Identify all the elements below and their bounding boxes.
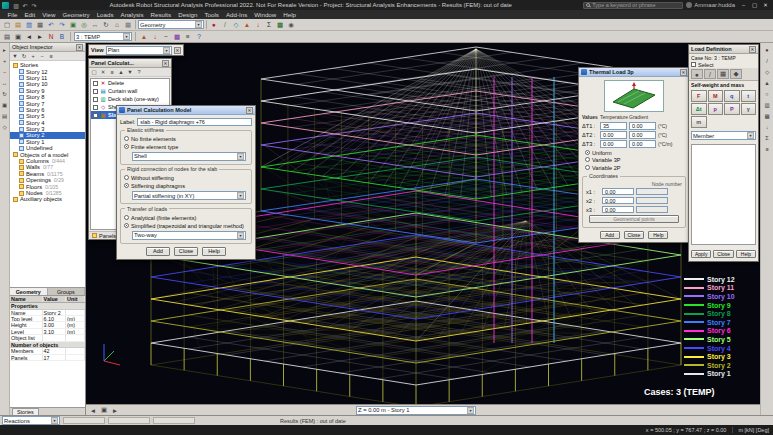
zoom-out-icon[interactable]: − [0, 67, 9, 76]
close-icon[interactable]: ✕ [174, 47, 181, 54]
thermal-load-button[interactable]: Δt [691, 103, 707, 115]
gradient-input[interactable]: 0.00 [629, 131, 656, 139]
close-icon[interactable]: ✕ [246, 107, 253, 114]
panel-type-row[interactable]: ▤ Curtain wall [91, 87, 169, 95]
iso-view-icon[interactable]: ◇ [0, 122, 9, 131]
mass-button[interactable]: m [691, 116, 707, 128]
options-icon[interactable]: ≡ [47, 52, 55, 60]
panel-type-checkbox[interactable] [93, 113, 98, 118]
print-icon[interactable]: ▦ [35, 20, 45, 30]
materials-tool-icon[interactable]: ▦ [763, 111, 772, 120]
select-checkbox[interactable] [691, 62, 696, 67]
zoom-all-icon[interactable]: ◎ [79, 20, 89, 30]
last-view-tab-icon[interactable]: ► [110, 405, 120, 415]
load-records-list[interactable] [691, 144, 756, 245]
minimize-button[interactable]: – [738, 1, 749, 10]
self-weight-button[interactable]: γ [741, 103, 757, 115]
close-button[interactable]: Close [713, 250, 734, 258]
collapse-all-icon[interactable]: − [38, 52, 46, 60]
menu-item[interactable]: Window [251, 10, 280, 19]
coordinate-input[interactable]: 0.00 [602, 206, 634, 214]
level-selector[interactable]: Z = 0.00 m - Story 1▾ [356, 406, 476, 415]
tab-groups[interactable]: Groups [48, 288, 86, 295]
user-account[interactable]: Ammaar.hudda [686, 2, 735, 8]
first-view-tab-icon[interactable]: ◄ [88, 405, 98, 415]
nodes-icon[interactable]: ● [209, 20, 219, 30]
bars-tool-icon[interactable]: / [763, 56, 772, 65]
orbit-icon[interactable]: ↻ [101, 20, 111, 30]
close-button[interactable]: Close [174, 247, 198, 256]
display-attributes-icon[interactable]: ▣ [13, 32, 23, 42]
radio-variable-2p[interactable] [585, 165, 590, 170]
zoom-in-icon[interactable]: + [0, 56, 9, 65]
apply-to-dropdown[interactable]: Member▾ [691, 131, 756, 140]
units-display[interactable]: m [kN] [Deg] [732, 427, 769, 433]
coordinate-input[interactable]: 0.00 [602, 197, 634, 205]
view-manager-icon[interactable]: ▤ [2, 32, 12, 42]
calculations-icon[interactable]: Σ [264, 20, 274, 30]
close-icon[interactable]: ✕ [749, 46, 756, 53]
pan-view-icon[interactable]: ↔ [0, 78, 9, 87]
close-button[interactable]: ✕ [760, 1, 771, 10]
new-panel-icon[interactable]: ▢ [90, 68, 98, 76]
help-button[interactable]: Help [648, 231, 668, 239]
transfer-method-dropdown[interactable]: Two-way▾ [132, 231, 246, 240]
geometrical-points-button[interactable]: Geometrical points [589, 215, 679, 223]
nodal-moment-button[interactable]: M [708, 90, 724, 102]
measure-tool-icon[interactable]: ≡ [763, 144, 772, 153]
planar-load-button[interactable]: p [708, 103, 724, 115]
save-icon[interactable]: ▥ [12, 1, 20, 9]
bar-numbers-icon[interactable]: B [57, 32, 67, 42]
radio-stiffening-diaphragms[interactable] [124, 183, 129, 188]
menu-item[interactable]: File [4, 10, 21, 19]
undo-icon[interactable]: ↶ [21, 1, 29, 9]
combinations-tool-icon[interactable]: Σ [763, 133, 772, 142]
menu-item[interactable]: Analysis [117, 10, 147, 19]
inspector-bottom-tab[interactable]: Stories [12, 408, 39, 415]
node-number-input[interactable] [636, 206, 668, 214]
uniform-load-button[interactable]: q [724, 90, 740, 102]
menu-item[interactable]: Geometry [59, 10, 93, 19]
top-view-icon[interactable]: ▣ [0, 100, 9, 109]
move-up-icon[interactable]: ▲ [117, 68, 125, 76]
node-load-tab-icon[interactable]: ● [691, 69, 703, 79]
menu-item[interactable]: Edit [21, 10, 39, 19]
geometry-dropdown[interactable]: Geometry▾ [138, 20, 204, 29]
panel-type-checkbox[interactable] [93, 97, 98, 102]
close-icon[interactable]: ✕ [680, 69, 687, 76]
loads-icon[interactable]: ↓ [253, 20, 263, 30]
selfweight-load-tab-icon[interactable]: ◆ [730, 69, 742, 79]
help-button[interactable]: Help [202, 247, 226, 256]
nodes-tool-icon[interactable]: ● [763, 45, 772, 54]
supports-icon[interactable]: ▲ [242, 20, 252, 30]
menu-item[interactable]: Design [175, 10, 201, 19]
front-view-icon[interactable]: ▤ [0, 111, 9, 120]
save-project-icon[interactable]: ▥ [24, 20, 34, 30]
add-button[interactable]: Add [600, 231, 620, 239]
open-project-icon[interactable]: ▤ [13, 20, 23, 30]
radio-variable-3p[interactable] [585, 157, 590, 162]
menu-item[interactable]: Loads [93, 10, 117, 19]
expand-all-icon[interactable]: + [29, 52, 37, 60]
layout-selector[interactable]: Reactions▾ [2, 416, 60, 425]
plan-selector[interactable]: Plan▾ [106, 46, 172, 55]
redo-icon[interactable]: ↷ [57, 20, 67, 30]
temperature-input[interactable]: 0.00 [600, 131, 627, 139]
trapezoidal-load-button[interactable]: t [741, 90, 757, 102]
new-project-icon[interactable]: ▢ [2, 20, 12, 30]
coordinate-input[interactable]: 0.00 [602, 188, 634, 196]
supports-display-icon[interactable]: ▲ [139, 32, 149, 42]
panel-type-checkbox[interactable] [93, 81, 98, 86]
deformation-icon[interactable]: ~ [161, 32, 171, 42]
radio-analytical[interactable] [124, 215, 129, 220]
results-icon[interactable]: ▩ [275, 20, 285, 30]
apply-button[interactable]: Apply [691, 250, 711, 258]
temperature-input[interactable]: 35 [600, 122, 627, 130]
fe-type-dropdown[interactable]: Shell▾ [132, 152, 246, 161]
layers-icon[interactable]: ≡ [183, 32, 193, 42]
sections-tool-icon[interactable]: ▥ [763, 100, 772, 109]
delete-panel-icon[interactable]: ✕ [99, 68, 107, 76]
stiffening-dropdown[interactable]: Partial stiffening (in XY)▾ [132, 191, 246, 200]
menu-item[interactable]: View [39, 10, 59, 19]
supports-tool-icon[interactable]: ▲ [763, 78, 772, 87]
